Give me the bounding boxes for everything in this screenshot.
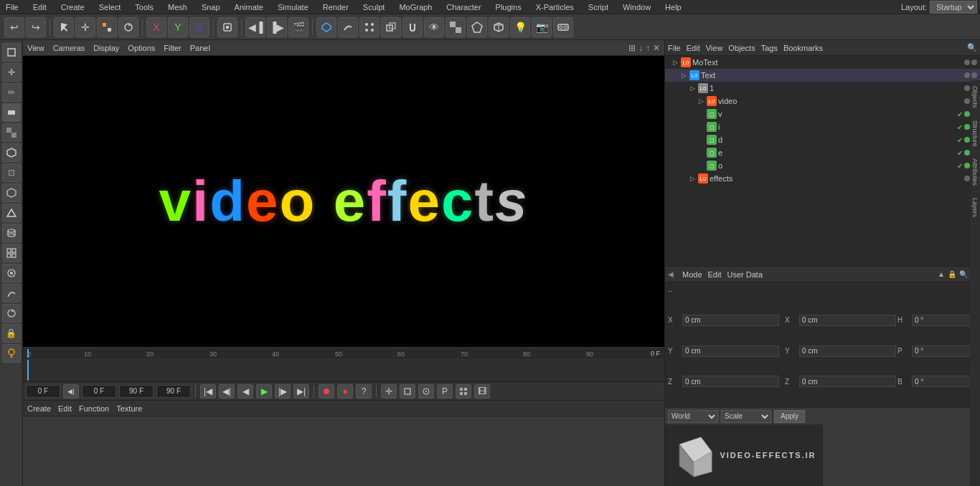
tool-grid[interactable] [2, 244, 21, 262]
attr-field-x1[interactable] [682, 315, 779, 326]
camera-btn[interactable]: 📷 [532, 17, 552, 37]
obj-row-i[interactable]: ◻ i ✔ [665, 120, 980, 133]
tool-eraser2[interactable]: ⊡ [2, 163, 21, 182]
obj-row-motext[interactable]: ▷ L0 MoText [665, 56, 980, 69]
obj-expand-video[interactable]: ▷ [697, 97, 705, 105]
obj-row-1[interactable]: ▷ L0 1 [665, 82, 980, 95]
attr-icon-search[interactable]: 🔍 [959, 270, 968, 278]
menu-create[interactable]: Create [58, 3, 88, 11]
tool-brush[interactable]: ✏ [2, 83, 21, 102]
attr-icon-lock[interactable]: 🔒 [948, 270, 956, 278]
frame-end-input[interactable]: 90 F [119, 385, 154, 398]
vp-icon-expand[interactable]: ⊞ [628, 43, 636, 53]
vp-icon-up[interactable]: ↑ [646, 43, 650, 53]
transport-rotate-box[interactable] [418, 384, 434, 399]
obj-menu-edit[interactable]: Edit [687, 44, 700, 52]
world-dropdown[interactable]: World [668, 410, 718, 423]
vp-menu-display[interactable]: Display [93, 44, 119, 52]
undo-button[interactable]: ↩ [4, 17, 24, 37]
obj-row-video[interactable]: ▷ L0 video [665, 95, 980, 108]
tool-box[interactable] [2, 184, 21, 202]
z-axis[interactable]: Z [189, 17, 209, 37]
transport-play-back[interactable]: ◀ [237, 384, 253, 399]
vr-btn[interactable] [553, 17, 573, 37]
tool-magnet[interactable] [2, 264, 21, 282]
tool-magnet2[interactable] [2, 344, 21, 363]
menu-snap[interactable]: Snap [199, 3, 223, 11]
binocular-tool[interactable]: 👁 [424, 17, 444, 37]
obj-menu-file[interactable]: File [668, 44, 681, 52]
mat-menu-create[interactable]: Create [27, 404, 51, 413]
vp-icon-down[interactable]: ↓ [639, 43, 643, 53]
rtab-layers[interactable]: Layers [970, 192, 980, 224]
menu-help[interactable]: Help [662, 3, 684, 11]
obj-expand-text[interactable]: ▷ [679, 71, 688, 80]
layout-select[interactable]: Startup [930, 1, 977, 14]
attr-menu-userdata[interactable]: User Data [727, 270, 763, 279]
menu-sculpt[interactable]: Sculpt [360, 3, 388, 11]
obj-expand-effects[interactable]: ▷ [688, 174, 697, 183]
attr-icon-left[interactable]: ◀ [668, 270, 674, 278]
menu-tools[interactable]: Tools [132, 3, 156, 11]
menu-xparticles[interactable]: X-Particles [533, 3, 577, 11]
tool-cylinder[interactable] [2, 224, 21, 242]
transport-step-back[interactable]: ◀| [219, 384, 235, 399]
vp-menu-cameras[interactable]: Cameras [53, 44, 85, 52]
scale-tool[interactable] [97, 17, 117, 37]
tool-sphere[interactable] [2, 143, 21, 162]
3d-view[interactable] [316, 17, 336, 37]
checkerboard-tool[interactable] [446, 17, 466, 37]
attr-field-z1[interactable] [682, 376, 779, 387]
attr-menu-mode[interactable]: Mode [682, 270, 702, 279]
menu-animate[interactable]: Animate [232, 3, 266, 11]
obj-expand-motext[interactable]: ▷ [671, 58, 679, 67]
vp-menu-panel[interactable]: Panel [190, 44, 210, 52]
transport-move[interactable]: ✛ [381, 384, 397, 399]
scale-dropdown[interactable]: Scale [721, 410, 771, 423]
viewport[interactable]: video effects [23, 56, 664, 347]
rtab-objects[interactable]: Objects [970, 80, 980, 115]
x-axis[interactable]: X [146, 17, 166, 37]
transport-prev-keyframe[interactable]: ◀| [63, 384, 79, 399]
attr-field-y1[interactable] [682, 346, 779, 357]
tool-rotate[interactable] [2, 304, 21, 323]
tool-lock[interactable]: 🔒 [2, 324, 21, 343]
attr-field-z2[interactable] [799, 376, 896, 387]
tool-bend[interactable] [2, 284, 21, 302]
transport-to-end[interactable]: ▶| [293, 384, 309, 399]
redo-button[interactable]: ↪ [26, 17, 46, 37]
object-mode[interactable] [217, 17, 237, 37]
obj-row-e[interactable]: ◻ e ✔ [665, 146, 980, 159]
magnet-tool[interactable] [402, 17, 423, 37]
menu-file[interactable]: File [3, 3, 22, 11]
menu-character[interactable]: Character [443, 3, 484, 11]
transport-step-fwd[interactable]: |▶ [275, 384, 291, 399]
menu-mograph[interactable]: MoGraph [396, 3, 435, 11]
vp-menu-filter[interactable]: Filter [164, 44, 181, 52]
transport-record[interactable] [319, 384, 334, 399]
vp-menu-view[interactable]: View [27, 44, 44, 52]
obj-menu-objects[interactable]: Objects [728, 44, 755, 52]
sculpt-btn[interactable] [467, 17, 487, 37]
menu-edit[interactable]: Edit [30, 3, 50, 11]
attr-icon-up[interactable]: ▲ [938, 270, 945, 278]
menu-plugins[interactable]: Plugins [493, 3, 524, 11]
attr-menu-edit[interactable]: Edit [708, 270, 722, 279]
obj-menu-bookmarks[interactable]: Bookmarks [783, 44, 823, 52]
menu-script[interactable]: Script [585, 3, 611, 11]
objects-search-icon[interactable]: 🔍 [967, 43, 977, 52]
array-tool[interactable] [359, 17, 380, 37]
obj-row-o[interactable]: ◻ o ✔ [665, 159, 980, 172]
transport-film[interactable]: 🎞 [474, 384, 490, 399]
transport-help[interactable]: ? [356, 384, 372, 399]
menu-simulate[interactable]: Simulate [275, 3, 311, 11]
move-tool[interactable]: ✛ [75, 17, 95, 37]
transport-to-start[interactable]: |◀ [200, 384, 216, 399]
rtab-structure[interactable]: Structure [970, 115, 980, 153]
menu-render[interactable]: Render [320, 3, 352, 11]
transport-grid[interactable] [456, 384, 471, 399]
frame-prev[interactable]: ◀▐ [245, 17, 265, 37]
attr-field-y2[interactable] [799, 346, 896, 357]
boolean-tool[interactable] [381, 17, 401, 37]
select-tool[interactable] [54, 17, 74, 37]
